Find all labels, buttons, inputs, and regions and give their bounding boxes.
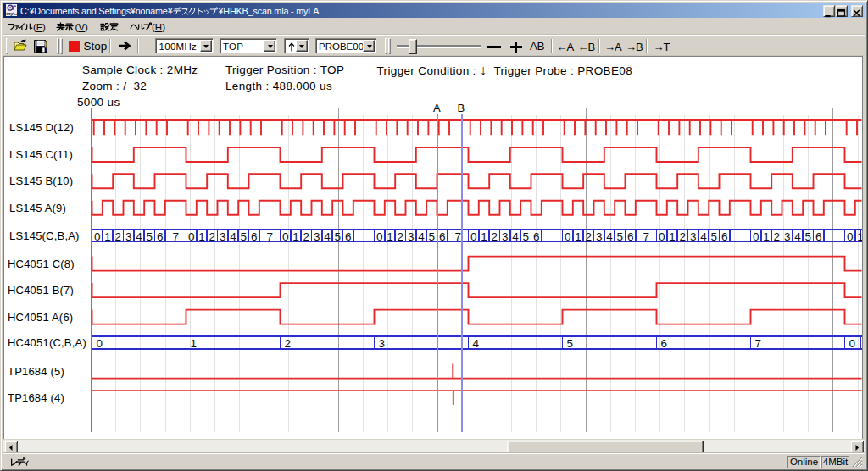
svg-text:5: 5 xyxy=(147,230,153,243)
svg-text:2: 2 xyxy=(680,230,687,243)
svg-text:2: 2 xyxy=(209,230,216,243)
svg-text:6: 6 xyxy=(661,337,668,350)
svg-text:0: 0 xyxy=(188,230,195,243)
svg-text:0: 0 xyxy=(282,230,289,243)
svg-text:6: 6 xyxy=(627,230,634,243)
svg-text:5: 5 xyxy=(567,337,574,350)
svg-text:4: 4 xyxy=(136,230,142,243)
svg-text:0: 0 xyxy=(849,337,856,350)
svg-text:1: 1 xyxy=(104,230,111,243)
svg-text:7: 7 xyxy=(643,230,649,243)
svg-text:4: 4 xyxy=(324,230,331,243)
svg-text:0: 0 xyxy=(94,230,101,243)
svg-text:6: 6 xyxy=(345,230,352,243)
svg-text:4: 4 xyxy=(794,230,801,243)
svg-text:3: 3 xyxy=(596,230,603,243)
svg-text:3: 3 xyxy=(125,230,132,243)
svg-text:1: 1 xyxy=(669,230,676,243)
svg-text:4: 4 xyxy=(418,230,425,243)
svg-text:0: 0 xyxy=(376,230,383,243)
svg-text:1: 1 xyxy=(387,230,393,243)
svg-text:2: 2 xyxy=(303,230,310,243)
svg-text:0: 0 xyxy=(659,230,665,243)
svg-text:4: 4 xyxy=(700,230,707,243)
svg-text:0: 0 xyxy=(565,230,571,243)
svg-text:6: 6 xyxy=(439,230,446,243)
svg-text:3: 3 xyxy=(314,230,320,243)
svg-text:5: 5 xyxy=(241,230,248,243)
svg-text:6: 6 xyxy=(533,230,540,243)
svg-text:5: 5 xyxy=(335,230,342,243)
svg-text:3: 3 xyxy=(220,230,226,243)
svg-text:2: 2 xyxy=(774,230,781,243)
svg-text:6: 6 xyxy=(251,230,258,243)
svg-text:0: 0 xyxy=(470,230,477,243)
svg-text:7: 7 xyxy=(454,230,461,243)
svg-text:2: 2 xyxy=(492,230,498,243)
svg-text:7: 7 xyxy=(172,230,179,243)
svg-text:1: 1 xyxy=(191,337,198,350)
svg-text:6: 6 xyxy=(157,230,164,243)
svg-text:5: 5 xyxy=(429,230,436,243)
svg-text:5: 5 xyxy=(523,230,530,243)
svg-text:3: 3 xyxy=(784,230,791,243)
svg-text:5: 5 xyxy=(617,230,624,243)
svg-text:1: 1 xyxy=(575,230,581,243)
svg-text:3: 3 xyxy=(379,337,386,350)
svg-text:5: 5 xyxy=(711,230,718,243)
svg-text:4: 4 xyxy=(230,230,236,243)
svg-text:2: 2 xyxy=(398,230,404,243)
svg-text:0: 0 xyxy=(753,230,760,243)
svg-text:6: 6 xyxy=(721,230,728,243)
svg-text:6: 6 xyxy=(815,230,822,243)
svg-text:4: 4 xyxy=(512,230,519,243)
svg-text:0: 0 xyxy=(97,337,103,350)
svg-text:4: 4 xyxy=(473,337,480,350)
svg-text:0: 0 xyxy=(847,230,854,243)
svg-text:1: 1 xyxy=(481,230,487,243)
svg-text:3: 3 xyxy=(408,230,415,243)
svg-text:1: 1 xyxy=(198,230,205,243)
svg-text:2: 2 xyxy=(285,337,292,350)
svg-text:5: 5 xyxy=(805,230,812,243)
svg-text:7: 7 xyxy=(755,337,762,350)
svg-text:7: 7 xyxy=(266,230,273,243)
svg-text:4: 4 xyxy=(606,230,613,243)
svg-text:1: 1 xyxy=(763,230,770,243)
svg-text:1: 1 xyxy=(292,230,299,243)
svg-text:2: 2 xyxy=(115,230,122,243)
svg-text:3: 3 xyxy=(502,230,509,243)
svg-text:3: 3 xyxy=(690,230,697,243)
svg-text:1: 1 xyxy=(857,230,864,243)
svg-text:2: 2 xyxy=(586,230,593,243)
